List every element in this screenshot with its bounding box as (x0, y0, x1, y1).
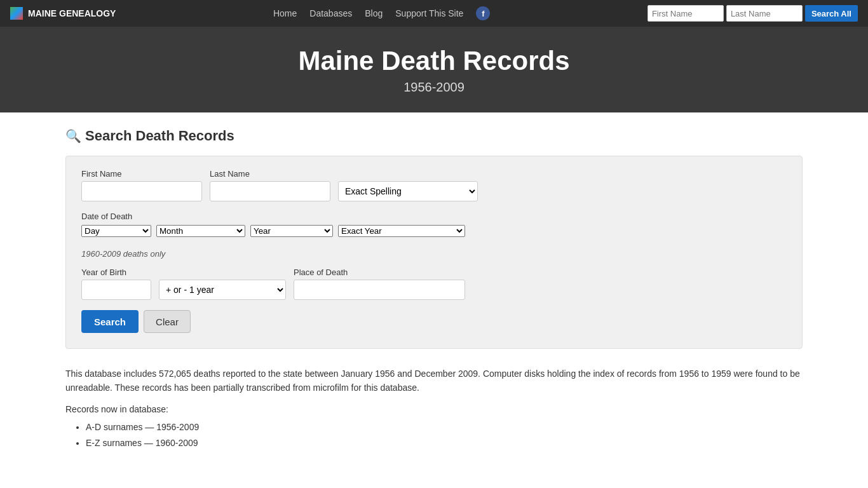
records-list: A-D surnames — 1956-2009 E-Z surnames — … (86, 419, 803, 451)
brand-name: MAINE GENEALOGY (28, 8, 116, 18)
records-list-title: Records now in database: (65, 404, 803, 414)
date-of-death-label: Date of Death (81, 212, 787, 221)
first-name-group: First Name (81, 169, 202, 201)
form-divider (81, 241, 787, 241)
brand-logo[interactable]: MAINE GENEALOGY (10, 7, 116, 20)
spelling-select[interactable]: Exact Spelling Sounds Like Starts With (338, 181, 478, 201)
date-row: Day 1234 5678 9101112 13141516 17181920 … (81, 225, 787, 237)
birth-range-spacer (159, 268, 286, 277)
place-of-death-label: Place of Death (294, 268, 465, 277)
description-paragraph: This database includes 572,065 deaths re… (65, 367, 803, 395)
global-first-name-input[interactable] (648, 5, 724, 22)
last-name-input[interactable] (210, 181, 330, 201)
list-item: E-Z surnames — 1960-2009 (86, 435, 803, 451)
birth-place-row: Year of Birth + or - 1 year Exact Year +… (81, 268, 787, 300)
birth-range-select[interactable]: + or - 1 year Exact Year + or - 2 years … (159, 280, 286, 300)
search-button[interactable]: Search (81, 310, 139, 333)
nav-support[interactable]: Support This Site (395, 8, 463, 18)
year-of-birth-group: Year of Birth (81, 268, 151, 300)
exact-year-select[interactable]: Exact Year + or - 1 year + or - 2 years … (338, 225, 465, 237)
navbar: MAINE GENEALOGY Home Databases Blog Supp… (0, 0, 868, 27)
note-text: 1960-2009 deaths only (81, 249, 787, 259)
brand-icon (10, 7, 23, 20)
spelling-label (338, 169, 478, 179)
day-select[interactable]: Day 1234 5678 9101112 13141516 17181920 … (81, 225, 151, 237)
place-of-death-group: Place of Death (294, 268, 465, 300)
global-last-name-input[interactable] (726, 5, 803, 22)
search-all-button[interactable]: Search All (805, 5, 858, 22)
nav-databases[interactable]: Databases (309, 8, 352, 18)
search-icon: 🔍 (65, 128, 81, 144)
spelling-group: Exact Spelling Sounds Like Starts With (338, 169, 478, 201)
nav-home[interactable]: Home (273, 8, 297, 18)
page-title: Maine Death Records (13, 46, 855, 76)
clear-button[interactable]: Clear (144, 310, 191, 333)
first-name-label: First Name (81, 169, 202, 179)
year-select[interactable]: Year (250, 225, 333, 237)
facebook-icon[interactable]: f (476, 6, 490, 20)
page-subtitle: 1956-2009 (13, 80, 855, 95)
main-content: 🔍 Search Death Records First Name Last N… (53, 112, 815, 466)
place-of-death-input[interactable] (294, 280, 465, 300)
year-of-birth-input[interactable] (81, 280, 151, 300)
hero-section: Maine Death Records 1956-2009 (0, 27, 868, 112)
nav-links: Home Databases Blog Support This Site f (273, 6, 490, 20)
last-name-group: Last Name (210, 169, 330, 201)
first-name-input[interactable] (81, 181, 202, 201)
search-form: First Name Last Name Exact Spelling Soun… (65, 156, 803, 349)
date-section: Date of Death Day 1234 5678 9101112 1314… (81, 212, 787, 237)
last-name-label: Last Name (210, 169, 330, 179)
global-search: Search All (648, 5, 858, 22)
year-of-birth-label: Year of Birth (81, 268, 151, 277)
button-row: Search Clear (81, 310, 787, 333)
list-item: A-D surnames — 1956-2009 (86, 419, 803, 435)
month-select[interactable]: Month JanuaryFebruaryMarch AprilMayJune … (156, 225, 245, 237)
name-row: First Name Last Name Exact Spelling Soun… (81, 169, 787, 201)
nav-blog[interactable]: Blog (365, 8, 383, 18)
birth-range-group: + or - 1 year Exact Year + or - 2 years … (159, 268, 286, 300)
search-section-title: 🔍 Search Death Records (65, 128, 803, 144)
